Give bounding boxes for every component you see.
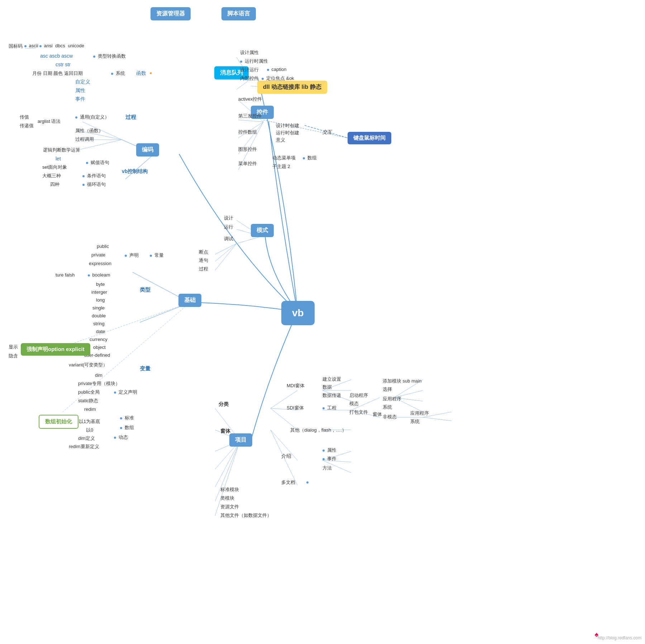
guobiaoma-label: 国标码 (9, 43, 23, 49)
dot10 (267, 69, 269, 71)
dot12 (303, 157, 305, 159)
public-global: public全局 (78, 389, 100, 395)
runtime-create: 运行时创建 (276, 130, 299, 136)
process-label: 过程 (125, 114, 136, 121)
func-label: 函数 🔸 (136, 70, 154, 77)
expression-label: expression (89, 261, 111, 266)
common-custom: 通用(自定义） (75, 114, 109, 120)
activex: activex控件 (238, 96, 262, 102)
encoding-node: 编码 (136, 143, 159, 157)
const-label: 常量 (150, 252, 164, 259)
svg-line-18 (238, 120, 263, 122)
caption-label: caption (267, 67, 287, 72)
dot9 (240, 61, 242, 63)
sdi-label: SDI窗体 (287, 405, 304, 411)
dot22 (322, 458, 325, 460)
dot4 (111, 73, 113, 75)
runtime-attr: 运行时属性 (240, 58, 268, 64)
other-dialog: 其他（dialog，flash，….） (290, 427, 347, 433)
public-label: public (97, 244, 109, 249)
svg-line-1 (125, 154, 154, 179)
attribute-label: 属性 (75, 87, 85, 94)
loop-stmt: 循环语句 (82, 181, 106, 188)
system-dot: 系统 (111, 70, 125, 77)
center-node: vb (281, 301, 315, 325)
long-label: long (96, 297, 105, 303)
design-mode: 设计 (224, 215, 233, 221)
svg-line-14 (215, 244, 236, 254)
meaning-label: 意义 (276, 137, 285, 143)
project-eng: 工程 (322, 405, 336, 411)
dim-define: dim定义 (78, 435, 95, 442)
select-label: 选择 (383, 386, 392, 393)
type-convert-label: 类型转换函数 (93, 53, 126, 59)
dot19 (114, 437, 116, 439)
logo-icon: ♠ (594, 630, 598, 639)
dot14 (150, 255, 152, 257)
dynamic-menu: 动态菜单项 (272, 155, 296, 161)
dot3 (93, 56, 95, 58)
standard-label: 标准 (120, 415, 134, 421)
basic-node: 基础 (178, 294, 201, 307)
type-label: 类型 (140, 287, 150, 293)
svg-line-16 (215, 244, 236, 270)
declare-label: 声明 (125, 252, 139, 259)
watermark: http://blog.redfans.com (598, 635, 641, 640)
ture-false: ture falsh (56, 272, 75, 278)
four-kinds: 四种 (50, 181, 59, 188)
step-proc: 过程 (199, 266, 208, 272)
string-label: string (93, 321, 105, 326)
pass-ref: 传递值 (20, 122, 34, 129)
intro-attr: 属性 (322, 447, 336, 453)
guobiaoma-items: ascii ansi dbcs unicode (24, 43, 84, 48)
interaction-label: 交互 (322, 129, 332, 135)
design-create: 设计时创建 (276, 122, 299, 129)
svg-line-10 (63, 303, 190, 412)
date-type: date (96, 329, 105, 334)
other-file: 其他文件（如数据文件） (220, 512, 272, 519)
subtopic2: 子主题 2 (272, 163, 290, 170)
third-party: 第三发控件 (238, 113, 262, 119)
base1-label: 以1为基底 (79, 418, 100, 425)
startup-prog: 启动程序 (349, 392, 368, 399)
define-declare: 定义声明 (114, 389, 137, 395)
non-modal: 非模态 (383, 414, 397, 420)
currency-label: currency (90, 337, 108, 342)
inner-control: 内部控件 (240, 75, 259, 82)
dot23 (306, 481, 309, 484)
mdi-transfer: 数据传递 (322, 392, 341, 399)
intro-label: 介绍 (281, 453, 291, 460)
mode-node: 模式 (251, 224, 274, 237)
svg-line-13 (236, 236, 262, 244)
pass-value: 传值 (20, 114, 29, 120)
control-array: 控件数组 (238, 129, 257, 135)
focus-label: 定位焦点 &ok (262, 75, 294, 82)
class-module: 类模块 (220, 495, 234, 501)
double-label: double (92, 313, 106, 318)
window-label: 窗体 (373, 411, 382, 418)
mdi-setup: 建立设置 (322, 376, 341, 383)
asc-group: asc ascb ascw (40, 53, 73, 59)
set-oop: set面向对象 (42, 164, 67, 170)
logic-math: 逻辑判断数学运算 (43, 147, 80, 153)
variable-label: 变量 (140, 365, 150, 372)
object-label: object (93, 345, 106, 350)
let-label: let (56, 156, 61, 162)
event-label: 事件 (75, 96, 85, 102)
mdi-label: MDI窗体 (287, 383, 305, 389)
system-label: 系统 (383, 404, 392, 410)
vb-control: vb控制结构 (122, 168, 148, 175)
resources-node: 资源管理器 (150, 7, 191, 20)
script-node: 脚本语言 (221, 7, 256, 20)
assign-stmt: 赋值语句 (86, 159, 109, 166)
run-mode: 运行 (224, 224, 233, 230)
dot21 (322, 450, 325, 452)
menu-control: 菜单控件 (238, 160, 257, 167)
force-declare: 强制声明option explicit (21, 343, 90, 356)
cond-stmt: 条件语句 (82, 173, 106, 179)
three-kinds: 大概三种 (42, 173, 61, 179)
mdi-data: 数据 (322, 384, 332, 390)
app-label2: 应用程序 (410, 410, 429, 417)
byte-label: byte (96, 282, 105, 287)
modal-label: 模态 (349, 400, 359, 407)
